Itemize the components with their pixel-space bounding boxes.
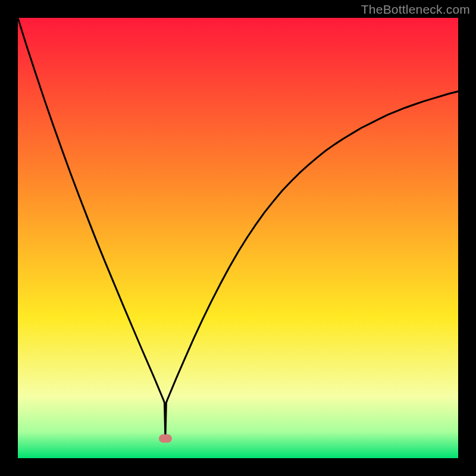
bottleneck-curve	[18, 18, 458, 439]
curve-svg	[18, 18, 458, 458]
plot-area	[18, 18, 458, 458]
watermark-text: TheBottleneck.com	[361, 2, 470, 17]
chart-frame: TheBottleneck.com	[0, 0, 476, 476]
optimum-marker	[159, 434, 172, 443]
